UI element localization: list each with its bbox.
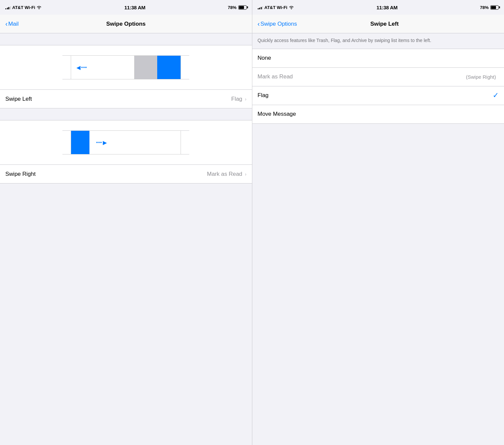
swipe-left-main-cell: ◀ ••• bbox=[71, 56, 135, 79]
swipe-left-demo: ◀ ••• bbox=[71, 55, 181, 79]
wifi-icon bbox=[36, 5, 42, 9]
left-status-left: AT&T Wi-Fi bbox=[5, 5, 42, 10]
left-battery-icon bbox=[238, 5, 247, 10]
right-signal-icon bbox=[258, 5, 263, 9]
left-battery-pct: 78% bbox=[228, 5, 236, 10]
swipe-left-row[interactable]: Swipe Left Flag › bbox=[0, 90, 252, 108]
right-status-bar: AT&T Wi-Fi 11:38 AM 78% bbox=[252, 0, 504, 15]
right-time: 11:38 AM bbox=[376, 5, 398, 10]
arrow-right-icon: ••• ▶ bbox=[96, 139, 107, 146]
left-time: 11:38 AM bbox=[124, 5, 146, 10]
swipe-right-chevron: › bbox=[245, 171, 247, 177]
left-nav-title: Swipe Options bbox=[106, 21, 146, 27]
left-section-divider bbox=[0, 108, 252, 120]
right-status-left: AT&T Wi-Fi bbox=[258, 5, 294, 10]
right-nav-back[interactable]: ‹ Swipe Options bbox=[258, 20, 297, 28]
checkmark-icon: ✓ bbox=[493, 91, 499, 100]
swipe-left-demo-wrapper: ◀ ••• bbox=[62, 55, 189, 79]
swipe-right-demo-container: ••• ▶ bbox=[0, 120, 252, 165]
left-content: ◀ ••• Swipe Left Flag › bbox=[0, 33, 252, 445]
option-label-none: None bbox=[258, 55, 499, 61]
left-nav-title-container: Swipe Options bbox=[32, 21, 220, 27]
option-row-mark-as-read[interactable]: Mark as Read (Swipe Right) bbox=[252, 68, 504, 86]
swipe-right-row[interactable]: Swipe Right Mark as Read › bbox=[0, 165, 252, 183]
swipe-right-demo: ••• ▶ bbox=[71, 130, 181, 154]
options-list: None Mark as Read (Swipe Right) Flag ✓ M… bbox=[252, 49, 504, 124]
left-back-label[interactable]: Mail bbox=[8, 21, 19, 27]
right-battery-pct: 78% bbox=[480, 5, 489, 10]
left-nav-back[interactable]: ‹ Mail bbox=[5, 20, 32, 28]
right-battery-icon bbox=[490, 5, 499, 10]
action-gray bbox=[135, 56, 157, 79]
right-nav-title: Swipe Left bbox=[370, 21, 399, 27]
option-label-move-message: Move Message bbox=[258, 111, 499, 117]
right-nav-bar: ‹ Swipe Options Swipe Left bbox=[252, 15, 504, 33]
swipe-right-demo-wrapper: ••• ▶ bbox=[62, 130, 189, 154]
right-panel: AT&T Wi-Fi 11:38 AM 78% ‹ Swipe Options … bbox=[252, 0, 504, 445]
option-note-mark-as-read: (Swipe Right) bbox=[466, 74, 496, 80]
left-panel: AT&T Wi-Fi 11:38 AM 78% ‹ Mail Swipe Opt… bbox=[0, 0, 252, 445]
swipe-left-demo-container: ◀ ••• bbox=[0, 45, 252, 90]
swipe-left-label: Swipe Left bbox=[5, 96, 231, 102]
action-blue-right bbox=[71, 131, 89, 154]
swipe-right-label: Swipe Right bbox=[5, 171, 207, 177]
left-status-right: 78% bbox=[228, 5, 246, 10]
option-label-flag: Flag bbox=[258, 92, 493, 99]
swipe-left-chevron: › bbox=[245, 96, 247, 102]
action-blue-left bbox=[157, 56, 181, 79]
right-wifi-icon bbox=[289, 5, 294, 9]
right-carrier-label: AT&T Wi-Fi bbox=[264, 5, 287, 10]
option-row-move-message[interactable]: Move Message bbox=[252, 105, 504, 124]
option-row-flag[interactable]: Flag ✓ bbox=[252, 86, 504, 105]
left-carrier-label: AT&T Wi-Fi bbox=[12, 5, 35, 10]
signal-icon bbox=[5, 5, 11, 9]
option-row-none[interactable]: None bbox=[252, 49, 504, 68]
swipe-right-main-cell: ••• ▶ bbox=[89, 131, 181, 154]
right-nav-title-container: Swipe Left bbox=[297, 21, 472, 27]
arrow-left-icon: ◀ ••• bbox=[76, 64, 87, 71]
left-nav-bar: ‹ Mail Swipe Options bbox=[0, 15, 252, 33]
right-status-right: 78% bbox=[480, 5, 499, 10]
left-top-spacer bbox=[0, 33, 252, 45]
right-back-label[interactable]: Swipe Options bbox=[260, 21, 297, 27]
right-bottom-area bbox=[252, 124, 504, 445]
option-label-mark-as-read: Mark as Read bbox=[258, 73, 466, 80]
left-status-bar: AT&T Wi-Fi 11:38 AM 78% bbox=[0, 0, 252, 15]
swipe-left-actions bbox=[135, 56, 181, 79]
swipe-left-value: Flag bbox=[231, 96, 242, 102]
description-section: Quickly access features like Trash, Flag… bbox=[252, 33, 504, 49]
description-text: Quickly access features like Trash, Flag… bbox=[258, 38, 432, 43]
swipe-right-value: Mark as Read bbox=[207, 171, 242, 177]
